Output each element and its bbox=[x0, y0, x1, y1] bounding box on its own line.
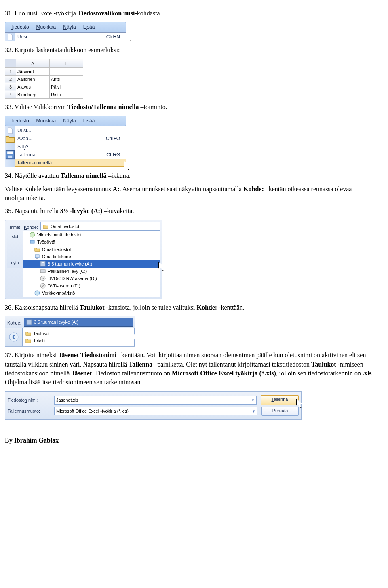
chevron-down-icon[interactable]: ▾ bbox=[250, 396, 256, 404]
table-row: 3AlavusPäivi bbox=[5, 83, 83, 91]
menu-nayta[interactable]: Näytä bbox=[59, 23, 79, 31]
step33-text: 33. Valitse Valikkorivin Tiedosto/Tallen… bbox=[5, 103, 383, 112]
menuitem-uusi[interactable]: Uusi... Ctrl+N bbox=[15, 33, 126, 41]
step36-text: 36. Kaksoisnapsauta hiirellä Taulukot -k… bbox=[5, 303, 383, 312]
table-row: 1Jäsenet bbox=[5, 67, 83, 75]
menuitem-uusi[interactable]: Uusi... bbox=[15, 126, 126, 135]
new-doc-icon bbox=[5, 33, 15, 41]
floppy-icon bbox=[40, 261, 46, 267]
kohde-label-2: Kohde: bbox=[6, 319, 24, 325]
step32-text: 32. Kirjoita laskentataulukkoon esimerki… bbox=[5, 46, 383, 55]
cancel-button[interactable]: Peruuta bbox=[261, 407, 299, 416]
menu-tiedosto[interactable]: Tiedosto bbox=[7, 117, 33, 124]
kohde-field[interactable]: Omat tiedostot bbox=[40, 222, 160, 231]
svg-rect-8 bbox=[42, 262, 44, 263]
list-item[interactable]: DVD/CD-RW-asema (D:) bbox=[23, 275, 160, 282]
open-icon bbox=[5, 135, 15, 143]
svg-point-14 bbox=[35, 291, 40, 295]
cell[interactable]: Jäsenet bbox=[16, 67, 50, 75]
svg-point-16 bbox=[9, 333, 18, 341]
cell[interactable]: Blomberg bbox=[16, 91, 50, 98]
filetype-field[interactable]: Microsoft Office Excel -työkirja (*.xls)… bbox=[54, 407, 257, 415]
svg-rect-9 bbox=[40, 270, 45, 273]
menubar-2: Tiedosto Muokkaa Näytä Lisää bbox=[5, 116, 126, 126]
filename-field[interactable]: Jäsenet.xls▾ bbox=[54, 396, 257, 405]
cell[interactable]: Risto bbox=[50, 91, 83, 98]
back-icon-pane bbox=[5, 328, 22, 346]
kohde-dropdown: mmät stot öytä Kohde: Omat tiedostot Vii… bbox=[5, 220, 162, 299]
menu-nayta[interactable]: Näytä bbox=[59, 117, 79, 124]
list-item[interactable]: Verkkoympäristö bbox=[23, 289, 160, 297]
save-button[interactable]: Tallenna bbox=[261, 395, 299, 405]
list-item[interactable]: DVD-asema (E:) bbox=[23, 282, 160, 289]
menu-muokkaa[interactable]: Muokkaa bbox=[33, 23, 60, 31]
step37-text: 37. Kirjoita nimeksi Jäsenet Tiedostonim… bbox=[5, 351, 383, 387]
byline: By Ibrahim Gablax bbox=[5, 436, 383, 445]
folder-icon bbox=[34, 246, 40, 253]
cell[interactable] bbox=[50, 67, 83, 75]
kohde-label: Kohde: bbox=[23, 223, 40, 230]
kohde-field-2[interactable]: 3,5 tuuman levyke (A:) bbox=[24, 318, 133, 327]
dvd-icon bbox=[40, 282, 46, 289]
svg-rect-15 bbox=[27, 320, 32, 325]
filetype-label: Tallennusmuoto: bbox=[8, 409, 54, 413]
menu-tiedosto-tallenna: Tiedosto Muokkaa Näytä Lisää Uusi... Ava… bbox=[5, 116, 126, 167]
svg-rect-5 bbox=[35, 255, 39, 258]
cell[interactable]: Päivi bbox=[50, 83, 83, 91]
menubar: Tiedosto Muokkaa Näytä Lisää bbox=[5, 22, 126, 32]
new-doc-icon bbox=[5, 126, 15, 135]
computer-icon bbox=[34, 253, 40, 260]
menuitem-tallenna-nimella[interactable]: Tallenna nimellä... bbox=[15, 159, 126, 167]
folder-taulukot[interactable]: Taulukot bbox=[24, 330, 133, 337]
filename-label: Tiedoston nimi: bbox=[8, 398, 54, 403]
menu-dropdown-file: Uusi... Avaa...Ctrl+O Sulje TallennaCtrl… bbox=[5, 126, 126, 167]
row-2[interactable]: 2 bbox=[5, 75, 16, 83]
folder-tekstit[interactable]: Tekstit bbox=[24, 337, 133, 344]
network-icon bbox=[34, 290, 40, 296]
list-item[interactable]: Paikallinen levy (C:) bbox=[23, 268, 160, 275]
kohde-folder-view: Kohde: 3,5 tuuman levyke (A:) Taulukot T… bbox=[5, 316, 135, 347]
step34-p2: Valitse Kohde kenttään levyasematunnus A… bbox=[5, 185, 383, 203]
svg-rect-1 bbox=[7, 152, 13, 154]
menu-lisaa[interactable]: Lisää bbox=[80, 117, 99, 124]
list-item-floppy[interactable]: 3,5 tuuman levyke (A:) bbox=[23, 260, 160, 268]
col-A[interactable]: A bbox=[16, 59, 50, 67]
step35-text: 35. Napsauta hiirellä 3½ -levyke (A:) –k… bbox=[5, 207, 383, 215]
menuitem-sulje[interactable]: Sulje bbox=[15, 143, 126, 151]
cell[interactable]: Alavus bbox=[16, 83, 50, 91]
cell[interactable]: Antti bbox=[50, 75, 83, 83]
folder-icon bbox=[42, 223, 49, 230]
cell[interactable]: Aaltonen bbox=[16, 75, 50, 83]
list-item[interactable]: Viimeisimmät tiedostot bbox=[23, 231, 160, 238]
row-3[interactable]: 3 bbox=[5, 83, 16, 91]
svg-rect-2 bbox=[8, 156, 12, 158]
row-1[interactable]: 1 bbox=[5, 67, 16, 75]
save-dialog-bottom: Tiedoston nimi: Jäsenet.xls▾ Tallenna Ta… bbox=[5, 391, 302, 420]
row-4[interactable]: 4 bbox=[5, 91, 16, 98]
hdd-icon bbox=[40, 268, 46, 274]
chevron-down-icon[interactable]: ▾ bbox=[251, 407, 257, 415]
menuitem-tallenna[interactable]: TallennaCtrl+S bbox=[15, 151, 126, 159]
step34-p1: 34. Näytölle avautuu Tallenna nimellä –i… bbox=[5, 171, 383, 180]
recent-icon bbox=[29, 232, 36, 238]
menu-lisaa[interactable]: Lisää bbox=[80, 23, 99, 31]
list-item[interactable]: Omat tiedostot bbox=[23, 246, 160, 253]
excel-grid: AB 1Jäsenet 2AaltonenAntti 3AlavusPäivi … bbox=[5, 59, 83, 99]
menu-muokkaa[interactable]: Muokkaa bbox=[33, 117, 60, 124]
menu-dropdown-uusi: Uusi... Ctrl+N bbox=[5, 32, 126, 41]
kohde-side-icons: mmät stot öytä bbox=[7, 222, 23, 268]
dvd-icon bbox=[40, 275, 46, 282]
table-row: 4BlombergRisto bbox=[5, 91, 83, 98]
menuitem-avaa[interactable]: Avaa...Ctrl+O bbox=[15, 135, 126, 143]
svg-point-3 bbox=[30, 232, 35, 237]
list-item[interactable]: Työpöytä bbox=[23, 238, 160, 246]
folder-icon bbox=[25, 330, 32, 337]
col-B[interactable]: B bbox=[50, 59, 83, 67]
svg-point-11 bbox=[42, 278, 44, 279]
menu-tiedosto[interactable]: Tiedosto bbox=[7, 23, 33, 31]
spacer-icon bbox=[5, 143, 15, 151]
save-icon bbox=[5, 151, 15, 159]
list-item[interactable]: Oma tietokone bbox=[23, 253, 160, 260]
grid-corner[interactable] bbox=[5, 59, 16, 67]
svg-point-13 bbox=[42, 285, 44, 286]
